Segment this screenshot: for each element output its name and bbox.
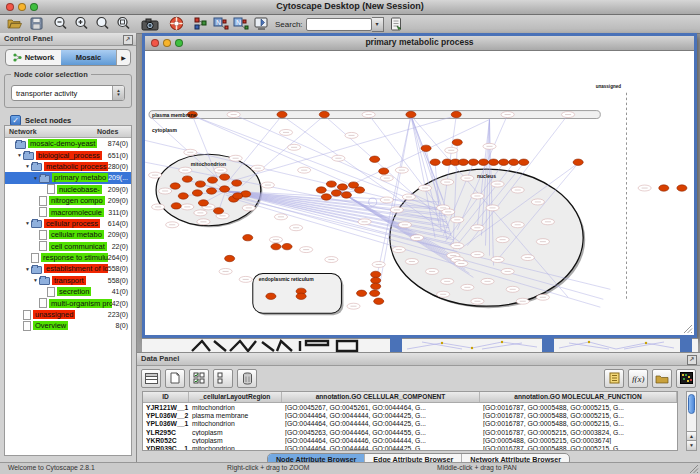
selected-gene-node[interactable]	[337, 184, 347, 190]
tree-row-cell-communicat[interactable]: cell communicat22(0)	[5, 241, 131, 252]
network-canvas[interactable]: plasma membranecytoplasmmitochondrionnuc…	[145, 51, 694, 335]
attribute-table-header[interactable]: ID_cellularLayoutRegionannotation.GO CEL…	[143, 392, 677, 403]
selected-gene-node[interactable]	[573, 159, 583, 165]
network-window-titlebar[interactable]: primary metabolic process	[145, 36, 694, 51]
column-header-0[interactable]: ID	[143, 392, 189, 402]
matrix-view-icon[interactable]	[676, 369, 696, 388]
search-options-icon[interactable]	[390, 16, 403, 32]
select-attributes-icon[interactable]	[189, 369, 209, 388]
column-header-3[interactable]: annotation.GO MOLECULAR_FUNCTION	[480, 392, 677, 402]
selected-gene-node[interactable]	[519, 159, 529, 165]
tree-col-network[interactable]: Network	[5, 128, 97, 135]
selected-gene-node[interactable]	[225, 255, 235, 261]
selected-gene-node[interactable]	[451, 111, 461, 117]
delete-attribute-icon[interactable]	[237, 369, 257, 388]
background-window-fragment[interactable]	[554, 338, 680, 352]
tree-row-response-to-stimulu[interactable]: response to stimulu264(0)	[5, 252, 131, 263]
expand-arrow-icon[interactable]: ▼	[32, 175, 39, 181]
selected-gene-node[interactable]	[357, 290, 367, 296]
float-panel-icon[interactable]: ↗	[687, 355, 697, 365]
selected-gene-node[interactable]	[171, 203, 181, 209]
selected-gene-node[interactable]	[178, 193, 188, 199]
selected-gene-node[interactable]	[192, 190, 202, 196]
float-panel-icon[interactable]: ↗	[123, 35, 133, 45]
tree-row-establishment-of-lo[interactable]: ▼establishment of lo558(0)	[5, 263, 131, 274]
selected-gene-node[interactable]	[198, 200, 208, 206]
selected-gene-node[interactable]	[232, 180, 242, 186]
tree-row-metabolic-process[interactable]: ▼metabolic process280(0)	[5, 161, 131, 172]
tree-row-macromolecule[interactable]: macromolecule311(0)	[5, 206, 131, 217]
selected-gene-node[interactable]	[282, 243, 292, 249]
expand-arrow-icon[interactable]: ▼	[16, 152, 23, 158]
selected-gene-node[interactable]	[296, 293, 306, 299]
selected-gene-node[interactable]	[468, 159, 478, 165]
table-scrollbar[interactable]: ▲ ▼	[686, 391, 697, 451]
search-dropdown-button[interactable]: ▾	[372, 17, 384, 32]
selected-gene-node[interactable]	[659, 185, 669, 191]
selected-gene-node[interactable]	[213, 208, 223, 214]
import-monitor-icon[interactable]	[254, 16, 269, 32]
tree-row-overview[interactable]: Overview8(0)	[5, 320, 131, 331]
save-icon[interactable]	[30, 16, 43, 32]
snapshot-camera-icon[interactable]	[141, 16, 159, 32]
zoom-fit-icon[interactable]	[95, 16, 110, 32]
table-row[interactable]: YDR039C__1mitochondrion[GO:0044464, GO:0…	[143, 444, 677, 451]
tree-row-biological-process[interactable]: ▼biological_process651(0)	[5, 149, 131, 160]
selected-gene-node[interactable]	[182, 176, 192, 182]
expand-arrow-icon[interactable]: ▼	[24, 266, 31, 272]
selected-gene-node[interactable]	[355, 187, 365, 193]
tree-row-unassigned[interactable]: unassigned223(0)	[5, 309, 131, 320]
selected-gene-node[interactable]	[316, 187, 326, 193]
selected-gene-node[interactable]	[243, 235, 253, 241]
selected-gene-node[interactable]	[478, 159, 488, 165]
selected-gene-node[interactable]	[374, 298, 384, 304]
new-attribute-icon[interactable]	[165, 369, 185, 388]
selected-gene-node[interactable]	[677, 185, 687, 191]
network-small-icon[interactable]	[194, 16, 207, 32]
tab-network[interactable]: Network	[6, 50, 61, 65]
unselect-attributes-icon[interactable]	[213, 369, 233, 388]
window-resize-grip[interactable]	[689, 464, 699, 474]
annotation-network-icon-1[interactable]: N	[213, 16, 229, 32]
tree-row-secretion[interactable]: secretion41(0)	[5, 286, 131, 297]
selected-gene-node[interactable]	[371, 277, 381, 283]
tree-row-primary-metabo[interactable]: ▼primary metabo209(...	[5, 172, 131, 183]
selected-gene-node[interactable]	[371, 283, 381, 289]
selected-gene-node[interactable]	[266, 293, 276, 299]
resize-grip[interactable]	[683, 324, 693, 334]
expand-arrow-icon[interactable]: ▼	[32, 277, 39, 283]
selected-gene-node[interactable]	[321, 194, 331, 200]
attribute-list-icon[interactable]	[604, 369, 624, 388]
tree-row-nucleobase-[interactable]: nucleobase-209(0)	[5, 184, 131, 195]
scroll-down-button[interactable]: ▼	[687, 440, 696, 450]
table-row[interactable]: YLR295Ccytoplasm[GO:0045263, GO:0044464,…	[143, 428, 677, 436]
import-attributes-icon[interactable]	[652, 369, 672, 388]
table-row[interactable]: YPL036W__2plasma membrane[GO:0044464, GO…	[143, 411, 677, 419]
selected-gene-node[interactable]	[458, 159, 468, 165]
color-attribute-dropdown[interactable]: transporter activity ▲▼	[11, 85, 125, 101]
selected-gene-node[interactable]	[331, 190, 341, 196]
background-window-fragment[interactable]	[402, 338, 542, 352]
selected-gene-node[interactable]	[341, 192, 351, 198]
selected-gene-node[interactable]	[406, 111, 416, 117]
selected-gene-node[interactable]	[509, 159, 519, 165]
help-lifering-icon[interactable]	[169, 16, 184, 32]
selected-gene-node[interactable]	[170, 183, 180, 189]
selected-gene-node[interactable]	[277, 111, 287, 117]
expand-arrow-icon[interactable]: ▼	[24, 163, 31, 169]
more-tabs-button[interactable]: ▶	[116, 50, 130, 65]
background-window-fragment[interactable]	[142, 338, 390, 352]
selected-gene-node[interactable]	[195, 181, 205, 187]
selected-gene-node[interactable]	[207, 177, 217, 183]
selected-gene-node[interactable]	[371, 271, 381, 277]
selected-gene-node[interactable]	[326, 181, 336, 187]
selected-gene-node[interactable]	[379, 168, 389, 174]
table-row[interactable]: YKR052Ccytoplasm[GO:0044464, GO:0044446,…	[143, 436, 677, 444]
selected-gene-node[interactable]	[233, 193, 243, 199]
tab-mosaic[interactable]: Mosaic	[61, 50, 116, 65]
column-header-1[interactable]: _cellularLayoutRegion	[189, 392, 282, 402]
selected-gene-node[interactable]	[319, 111, 329, 117]
selected-gene-node[interactable]	[489, 159, 499, 165]
tree-row-cellular-process[interactable]: ▼cellular process614(0)	[5, 218, 131, 229]
table-row[interactable]: YPL036W__1mitochondrion[GO:0044464, GO:0…	[143, 420, 677, 428]
